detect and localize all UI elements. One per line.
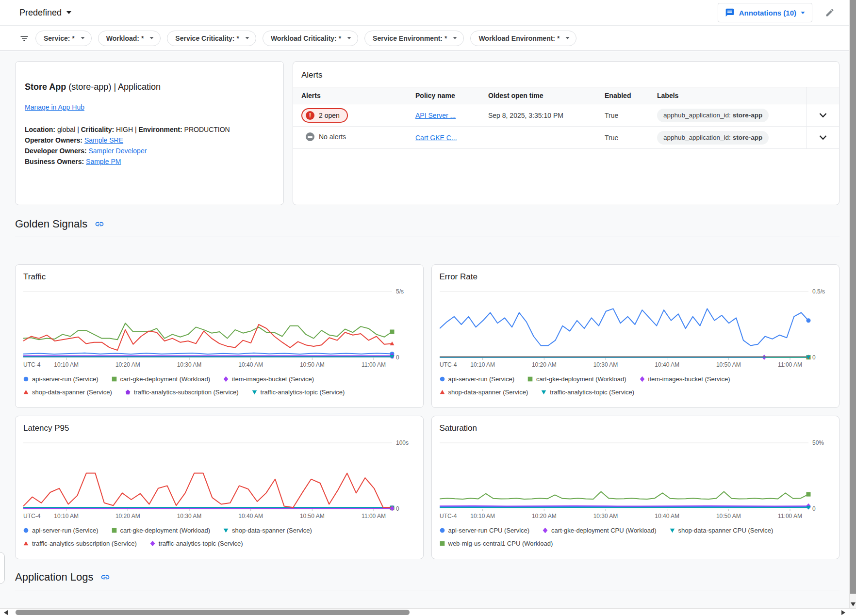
legend-label: api-server-run CPU (Service) (448, 527, 530, 534)
chart-canvas[interactable]: 0.5/s010:10 AM10:20 AM10:30 AM10:40 AM10… (440, 285, 832, 371)
no-alerts-icon (306, 132, 314, 141)
legend-item[interactable]: traffic-analytics-subscription (Service) (125, 389, 239, 396)
legend-marker-circle-icon (23, 528, 29, 533)
chart-canvas[interactable]: 100s010:10 AM10:20 AM10:30 AM10:40 AM10:… (23, 436, 415, 522)
legend-item[interactable]: cart-gke-deployment (Workload) (527, 375, 626, 383)
legend-item[interactable]: item-images-bucket (Service) (223, 375, 314, 383)
legend-item[interactable]: cart-gke-deployment (Workload) (112, 375, 210, 383)
app-title: Store App (store-app) | Application (25, 82, 275, 92)
header-bar: Predefined Annotations (10) (0, 0, 856, 26)
svg-text:11:00 AM: 11:00 AM (778, 513, 802, 519)
legend-item[interactable]: traffic-analytics-topic (Service) (252, 389, 345, 396)
view-selector-dropdown[interactable]: Predefined (19, 8, 71, 18)
legend-label: item-images-bucket (Service) (232, 375, 314, 383)
golden-signals-charts: Traffic 5/s010:10 AM10:20 AM10:30 AM10:4… (15, 264, 840, 559)
svg-text:10:10 AM: 10:10 AM (470, 361, 495, 368)
legend-item[interactable]: api-server-run (Service) (23, 527, 99, 534)
svg-text:11:00 AM: 11:00 AM (362, 513, 386, 519)
horizontal-scrollbar-thumb[interactable] (16, 610, 410, 615)
filter-chip-workload[interactable]: Workload: * (98, 31, 161, 46)
svg-text:11:00 AM: 11:00 AM (778, 361, 802, 368)
legend-label: web-mig-us-central1 CPU (Workload) (448, 540, 553, 547)
svg-text:0: 0 (396, 354, 399, 361)
edge-floating-panel[interactable] (0, 552, 5, 584)
chart-legend: api-server-run (Service)cart-gke-deploym… (23, 375, 415, 396)
error-rate-chart-plot[interactable]: 0.5/s010:10 AM10:20 AM10:30 AM10:40 AM10… (440, 285, 832, 371)
svg-text:10:40 AM: 10:40 AM (238, 361, 263, 368)
policy-name-link[interactable]: API Server ... (415, 112, 456, 119)
filter-chip-service[interactable]: Service: * (35, 31, 92, 46)
svg-text:10:30 AM: 10:30 AM (177, 513, 202, 519)
alert-row-none: No alerts Cart GKE C... True apphub_appl… (293, 127, 839, 149)
horizontal-scrollbar[interactable] (0, 608, 856, 616)
svg-text:50%: 50% (812, 439, 824, 446)
svg-text:10:50 AM: 10:50 AM (716, 361, 741, 368)
latency-p95-chart-card: Latency P95 100s010:10 AM10:20 AM10:30 A… (15, 416, 424, 559)
svg-text:10:40 AM: 10:40 AM (238, 513, 263, 519)
golden-signals-link-icon[interactable] (95, 219, 104, 229)
expand-alert-row-button[interactable] (819, 135, 827, 140)
svg-text:10:50 AM: 10:50 AM (300, 361, 325, 368)
legend-marker-triangle-down-icon (541, 389, 546, 395)
svg-text:UTC-4: UTC-4 (23, 513, 41, 519)
legend-item[interactable]: web-mig-us-central1 CPU (Workload) (440, 540, 553, 547)
chart-canvas[interactable]: 50%010:10 AM10:20 AM10:30 AM10:40 AM10:5… (440, 436, 832, 522)
svg-text:10:20 AM: 10:20 AM (531, 361, 556, 368)
svg-text:10:20 AM: 10:20 AM (531, 513, 556, 519)
filter-chip-service-criticality[interactable]: Service Criticality: * (167, 31, 256, 46)
caret-down-icon (81, 37, 85, 39)
col-alerts: Alerts (301, 92, 415, 99)
saturation-chart-plot[interactable]: 50%010:10 AM10:20 AM10:30 AM10:40 AM10:5… (440, 436, 832, 522)
legend-item[interactable]: shop-data-spanner (Service) (440, 389, 528, 396)
legend-item[interactable]: shop-data-spanner CPU (Service) (670, 527, 774, 534)
filter-list-icon (19, 33, 29, 43)
developer-owner-link[interactable]: Sampler Developer (89, 147, 147, 155)
legend-item[interactable]: shop-data-spanner (Service) (223, 527, 312, 534)
caret-down-icon (565, 37, 570, 39)
annotations-button[interactable]: Annotations (10) (718, 3, 812, 22)
filter-chip-workload-environment[interactable]: Workload Environment: * (470, 31, 576, 46)
chart-legend: api-server-run (Service)cart-gke-deploym… (23, 527, 415, 547)
error-rate-chart-card: Error Rate 0.5/s010:10 AM10:20 AM10:30 A… (431, 264, 840, 408)
business-owner-link[interactable]: Sample PM (86, 158, 121, 165)
application-logs-link-icon[interactable] (100, 572, 110, 582)
operator-owner-link[interactable]: Sample SRE (84, 136, 123, 144)
latency-p95-chart-plot[interactable]: 100s010:10 AM10:20 AM10:30 AM10:40 AM10:… (23, 436, 415, 522)
legend-item[interactable]: item-images-bucket (Service) (640, 375, 730, 383)
legend-label: traffic-analytics-subscription (Service) (134, 389, 239, 396)
manage-in-app-hub-link[interactable]: Manage in App Hub (25, 103, 84, 111)
link-icon (100, 572, 110, 582)
scroll-down-arrow[interactable] (851, 602, 856, 606)
svg-text:UTC-4: UTC-4 (440, 361, 457, 368)
enabled-value: True (605, 112, 657, 119)
legend-item[interactable]: traffic-analytics-subscription (Service) (23, 540, 137, 547)
col-oldest-open-time: Oldest open time (488, 92, 605, 99)
chart-canvas[interactable]: 5/s010:10 AM10:20 AM10:30 AM10:40 AM10:5… (23, 285, 415, 371)
caret-down-icon (66, 11, 71, 14)
scroll-right-arrow[interactable] (841, 610, 845, 615)
legend-item[interactable]: traffic-analytics-topic (Service) (541, 389, 634, 396)
legend-item[interactable]: api-server-run CPU (Service) (440, 527, 530, 534)
legend-marker-pentagon-icon (125, 389, 131, 395)
legend-item[interactable]: api-server-run (Service) (440, 375, 515, 383)
header-actions: Annotations (10) (718, 3, 835, 22)
edit-dashboard-button[interactable] (825, 8, 835, 17)
policy-name-link[interactable]: Cart GKE C... (415, 134, 457, 142)
vertical-scrollbar-thumb[interactable] (850, 0, 856, 594)
legend-item[interactable]: shop-data-spanner (Service) (23, 389, 112, 396)
legend-item[interactable]: cart-gke-deployment (Workload) (112, 527, 210, 534)
legend-item[interactable]: traffic-analytics-topic (Service) (150, 540, 243, 547)
traffic-chart-plot[interactable]: 5/s010:10 AM10:20 AM10:30 AM10:40 AM10:5… (23, 285, 415, 371)
filter-chip-service-environment[interactable]: Service Environment: * (364, 31, 464, 46)
app-metadata: Location: global | Criticality: HIGH | E… (25, 124, 275, 167)
legend-item[interactable]: cart-gke-deployment CPU (Workload) (543, 527, 657, 534)
legend-item[interactable]: api-server-run (Service) (23, 375, 99, 383)
expand-alert-row-button[interactable] (819, 113, 827, 118)
vertical-scrollbar[interactable] (849, 0, 856, 608)
app-info-line: Location: global | Criticality: HIGH | E… (25, 124, 275, 135)
scroll-left-arrow[interactable] (4, 610, 8, 615)
svg-text:UTC-4: UTC-4 (23, 361, 41, 368)
filter-chip-workload-criticality[interactable]: Workload Criticality: * (263, 31, 358, 46)
legend-label: traffic-analytics-topic (Service) (159, 540, 243, 547)
svg-text:UTC-4: UTC-4 (440, 513, 457, 519)
